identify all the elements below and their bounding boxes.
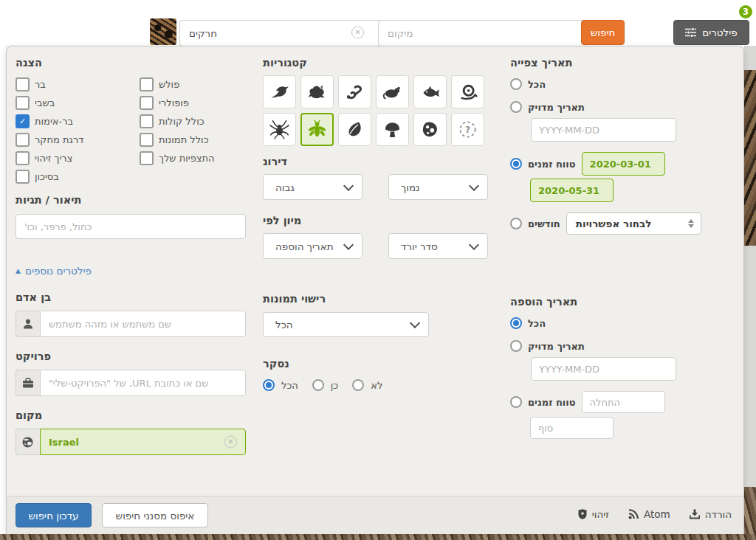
chevron-down-icon <box>410 318 420 328</box>
section-reviewed: נסקר הכל כן לא <box>263 356 493 391</box>
taxon-search-input[interactable] <box>179 20 407 46</box>
atom-link[interactable]: Atom <box>628 508 670 520</box>
wild-checkbox[interactable] <box>16 77 30 91</box>
research-grade-checkbox[interactable] <box>16 133 30 147</box>
threatened-checkbox[interactable] <box>16 170 30 184</box>
popular-checkbox[interactable] <box>140 96 154 110</box>
observed-range-end-input[interactable] <box>530 179 614 202</box>
category-reptiles-button[interactable] <box>338 75 371 108</box>
added-range-start-input[interactable] <box>582 391 665 413</box>
added-range-end-input[interactable] <box>530 417 614 439</box>
person-input[interactable] <box>40 311 246 337</box>
category-fungi-button[interactable] <box>376 113 409 146</box>
observed-range-row[interactable]: טווח זמנים <box>510 152 740 176</box>
location-search-field <box>378 20 568 45</box>
added-exact-row[interactable]: תאריך מדויק <box>510 340 740 352</box>
category-arachnids-button[interactable] <box>263 113 296 146</box>
sort-order-select[interactable]: סדר יורד <box>388 233 488 259</box>
observed-months-radio[interactable] <box>510 218 522 229</box>
description-heading: תיאור / תגיות <box>16 193 246 207</box>
category-fish-button[interactable] <box>413 75 447 108</box>
snail-icon <box>458 82 478 102</box>
clear-taxon-icon[interactable]: ✕ <box>351 27 364 39</box>
triangle-up-icon: ▲ <box>16 267 21 274</box>
place-input[interactable] <box>40 429 246 455</box>
added-exact-date-input[interactable] <box>531 357 676 381</box>
checkbox-row-threatened[interactable]: בסיכון <box>16 167 140 186</box>
checkbox-row-popular[interactable]: פופולרי <box>140 94 215 112</box>
unknown-icon: ? <box>458 120 478 139</box>
observed-range-start-input[interactable] <box>582 152 665 176</box>
reviewed-no-radio[interactable] <box>352 379 364 391</box>
search-button[interactable]: חיפוש <box>581 20 625 45</box>
introduced-checkbox[interactable] <box>140 77 154 91</box>
observed-all-row[interactable]: הכל <box>510 78 740 90</box>
added-exact-radio[interactable] <box>510 340 522 352</box>
description-input[interactable] <box>16 214 246 239</box>
checkbox-row-your-observations[interactable]: התצפיות שלך <box>140 149 215 167</box>
months-select[interactable]: לבחור אפשרויות <box>566 212 701 235</box>
sort-field-select[interactable]: תאריך הוספה <box>263 233 362 259</box>
licensing-select[interactable]: הכל <box>263 312 429 337</box>
more-filters-link[interactable]: ▲ פילטרים נוספים <box>16 265 246 277</box>
checkbox-row-introduced[interactable]: פולש <box>140 75 215 94</box>
backdrop-photo-top <box>744 70 756 246</box>
observed-exact-radio[interactable] <box>510 101 522 113</box>
category-plants-button[interactable] <box>338 113 371 146</box>
observed-exact-row[interactable]: תאריך מדויק <box>510 101 740 113</box>
verifiable-checkbox[interactable]: ✓ <box>16 114 30 128</box>
captive-checkbox[interactable] <box>16 96 30 110</box>
checkbox-row-has-photos[interactable]: כולל תמונות <box>140 131 215 149</box>
reset-filters-button[interactable]: איפוס מסנני חיפוש <box>102 503 208 527</box>
chevron-down-icon <box>343 180 354 190</box>
observed-exact-date-input[interactable] <box>531 118 676 142</box>
checkbox-row-research-grade[interactable]: דרגת מחקר <box>16 131 140 149</box>
person-heading: בן אדם <box>16 290 246 305</box>
reviewed-all-radio[interactable] <box>263 379 275 391</box>
filters-count-badge: 3 <box>738 4 754 20</box>
category-amphibians-button[interactable] <box>300 75 334 108</box>
location-search-input[interactable] <box>378 20 587 46</box>
checkbox-row-has-sounds[interactable]: כולל קולות <box>140 112 215 131</box>
rating-high-select[interactable]: גבוה <box>263 174 362 200</box>
filters-button[interactable]: פילטרים <box>673 20 749 45</box>
section-rating: דירוג גבוה נמוך <box>263 154 493 200</box>
update-search-button[interactable]: עדכון חיפוש <box>16 503 92 527</box>
has-photos-checkbox[interactable] <box>140 133 154 147</box>
reviewed-yes-radio[interactable] <box>312 379 324 391</box>
section-place: מקום ✕ <box>16 408 246 455</box>
checkbox-row-needs-id[interactable]: צריך זיהוי <box>16 149 140 167</box>
added-all-row[interactable]: הכל <box>510 317 740 329</box>
added-all-radio[interactable] <box>510 317 522 329</box>
category-mollusks-button[interactable] <box>451 75 484 108</box>
has-sounds-checkbox[interactable] <box>140 114 154 128</box>
leaf-icon <box>345 120 365 139</box>
added-range-row[interactable]: טווח זמנים <box>510 391 740 413</box>
download-link[interactable]: הורדה <box>690 508 732 520</box>
person-icon <box>16 311 40 337</box>
category-mammals-button[interactable] <box>376 75 409 108</box>
identify-link[interactable]: זיהוי <box>578 508 609 520</box>
project-input[interactable] <box>40 370 246 396</box>
section-display: הצגה בר בשבי ✓בר-אימות דרגת מחקר צריך זי… <box>16 55 246 186</box>
rating-low-select[interactable]: נמוך <box>388 174 488 200</box>
added-range-radio[interactable] <box>510 396 522 408</box>
category-insects-button[interactable] <box>300 113 334 146</box>
category-protozoa-button[interactable] <box>413 113 447 146</box>
filters-button-label: פילטרים <box>702 27 737 38</box>
category-unknown-button[interactable]: ? <box>451 113 484 146</box>
observed-range-radio[interactable] <box>510 158 522 170</box>
chevron-down-icon <box>343 239 354 249</box>
checkbox-row-captive[interactable]: בשבי <box>16 94 140 112</box>
observed-months-row[interactable]: חודשים לבחור אפשרויות <box>510 212 740 235</box>
category-birds-button[interactable] <box>263 75 296 108</box>
sliders-icon <box>685 27 696 38</box>
chevron-down-icon <box>469 239 479 249</box>
checkbox-row-verifiable[interactable]: ✓בר-אימות <box>16 112 140 131</box>
your-observations-checkbox[interactable] <box>140 151 154 165</box>
observed-all-radio[interactable] <box>510 78 522 90</box>
shield-icon <box>578 509 587 519</box>
clear-place-icon[interactable]: ✕ <box>224 436 237 449</box>
needs-id-checkbox[interactable] <box>16 151 30 165</box>
checkbox-row-wild[interactable]: בר <box>16 75 140 94</box>
